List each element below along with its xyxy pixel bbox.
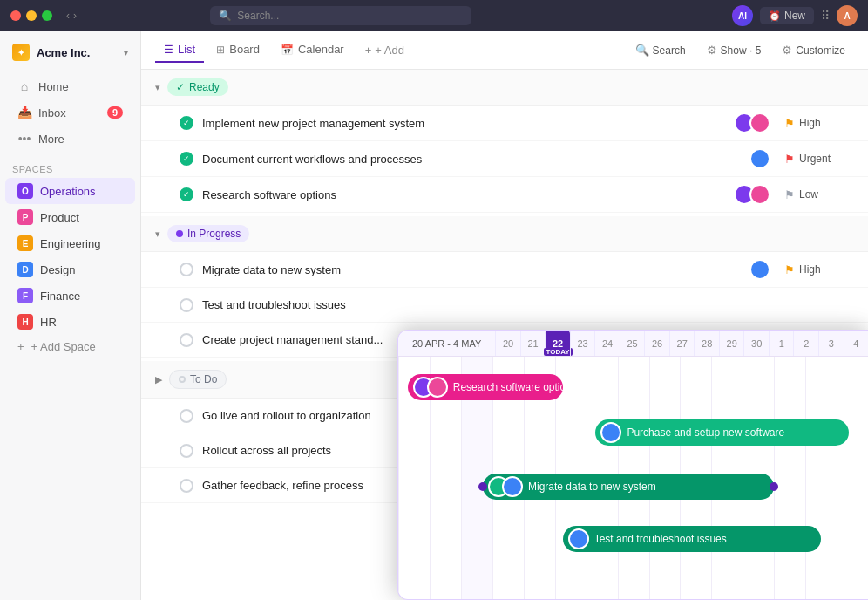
titlebar: ‹ › 🔍 Search... AI ⏰ New ⠿ A (0, 0, 868, 31)
task-checkbox-t2[interactable] (180, 152, 193, 166)
add-view-button[interactable]: + + Add (356, 38, 413, 62)
list-icon: ☰ (164, 44, 173, 56)
gantt-bar-test[interactable]: Test and troubleshoot issues (563, 526, 821, 552)
endpoint-right-icon (770, 482, 778, 491)
table-row[interactable]: ⣿ Migrate data to new system ⚑ High (141, 252, 868, 288)
sidebar-item-inbox[interactable]: 📥 Inbox 9 (5, 99, 135, 126)
grid-icon[interactable]: ⠿ (821, 9, 830, 23)
close-dot[interactable] (10, 10, 21, 21)
gantt-date-range: 20 APR - 4 MAY (398, 338, 495, 349)
new-button[interactable]: ⏰ New (760, 7, 814, 24)
brand-name: Acme Inc. (37, 46, 90, 59)
customize-icon: ⚙ (782, 44, 792, 57)
gantt-bar-purchase[interactable]: Purchase and setup new software (595, 419, 849, 446)
minimize-dot[interactable] (26, 10, 37, 21)
content-wrapper: ▾ ✓ Ready ⣿ Implement new project manage… (141, 70, 868, 600)
table-row[interactable]: ⣿ Implement new project management syste… (141, 106, 868, 141)
task-checkbox-t5[interactable] (180, 298, 193, 312)
titlebar-search[interactable]: 🔍 Search... (210, 6, 471, 25)
task-checkbox-t6[interactable] (180, 333, 193, 347)
endpoint-left-icon (478, 482, 487, 491)
sidebar-item-product[interactable]: P Product (5, 204, 135, 230)
home-icon: ⌂ (17, 79, 31, 93)
gantt-grid-col (774, 357, 805, 599)
priority-flag-icon: ⚑ (784, 117, 795, 130)
status-badge-ready: ✓ Ready (167, 78, 228, 96)
gantt-bar-label: Research software options (453, 381, 577, 393)
avatar (749, 112, 770, 133)
sidebar-item-more[interactable]: ••• More (5, 126, 135, 152)
gantt-date-col: 21 (520, 331, 546, 356)
table-row[interactable]: ⣿ Research software options ⚑ Low (141, 177, 868, 213)
sidebar-item-design[interactable]: D Design (5, 256, 135, 283)
brand-icon: ✦ (12, 44, 30, 61)
sidebar-item-finance[interactable]: F Finance (5, 283, 135, 309)
gantt-avatars (413, 377, 448, 398)
group-header-ready[interactable]: ▾ ✓ Ready (141, 70, 868, 106)
task-checkbox-t3[interactable] (180, 188, 193, 201)
brand-chevron-icon: ▾ (124, 48, 128, 58)
search-placeholder: Search... (237, 10, 279, 22)
gantt-date-col: 27 (669, 331, 695, 356)
table-row[interactable]: ⣿ Document current workflows and process… (141, 141, 868, 177)
task-checkbox-t4[interactable] (180, 262, 193, 276)
task-name: Research software options (202, 188, 734, 201)
main-content: ☰ List ⊞ Board 📅 Calendar + + Add 🔍 Sear… (141, 31, 868, 600)
gantt-bar-label: Purchase and setup new software (627, 426, 784, 439)
tab-calendar[interactable]: 📅 Calendar (272, 38, 353, 63)
gantt-dates: 202122TODAY23242526272829301234 (495, 331, 868, 356)
task-checkbox-t1[interactable] (180, 116, 193, 130)
hr-icon: H (17, 314, 33, 330)
show-button[interactable]: ⚙ Show · 5 (698, 39, 770, 61)
ai-badge[interactable]: AI (732, 5, 753, 26)
gantt-bar-label: Migrate data to new system (528, 481, 656, 493)
avatar (568, 528, 589, 549)
board-icon: ⊞ (216, 44, 225, 56)
task-checkbox-t7[interactable] (180, 409, 193, 423)
gantt-header: 20 APR - 4 MAY 202122TODAY23242526272829… (398, 331, 868, 357)
more-icon: ••• (17, 132, 31, 146)
tab-list[interactable]: ☰ List (155, 38, 204, 63)
sidebar-item-home[interactable]: ⌂ Home (5, 73, 135, 99)
gantt-date-col: 22TODAY (545, 331, 570, 356)
back-arrow[interactable]: ‹ (66, 10, 70, 22)
sidebar-item-engineering[interactable]: E Engineering (5, 230, 135, 256)
sidebar-item-operations[interactable]: O Operations (5, 178, 135, 204)
task-checkbox-t9[interactable] (180, 479, 193, 493)
task-name: Implement new project management system (202, 117, 734, 130)
gantt-bar-research[interactable]: Research software options (408, 374, 563, 400)
gantt-bar-migrate[interactable]: Migrate data to new system (483, 474, 774, 500)
add-space-button[interactable]: + + Add Space (5, 335, 135, 358)
sidebar-item-hr[interactable]: H HR (5, 309, 135, 335)
main-header: ☰ List ⊞ Board 📅 Calendar + + Add 🔍 Sear… (141, 31, 868, 70)
fullscreen-dot[interactable] (42, 10, 52, 21)
task-name: Test and troubleshoot issues (202, 298, 854, 311)
engineering-icon: E (17, 235, 33, 251)
task-checkbox-t8[interactable] (180, 444, 193, 458)
priority-flag-icon: ⚑ (784, 153, 795, 166)
group-header-in-progress[interactable]: ▾ In Progress (141, 216, 868, 252)
gantt-panel: 20 APR - 4 MAY 202122TODAY23242526272829… (397, 330, 868, 600)
customize-button[interactable]: ⚙ Customize (773, 39, 854, 61)
brand[interactable]: ✦ Acme Inc. ▾ (0, 38, 140, 70)
sidebar-nav: ⌂ Home 📥 Inbox 9 ••• More (0, 70, 140, 155)
user-avatar[interactable]: A (837, 5, 858, 26)
titlebar-right: AI ⏰ New ⠿ A (732, 5, 858, 26)
filter-icon: ⚙ (707, 44, 717, 57)
gantt-date-col: 30 (743, 331, 769, 356)
gantt-grid-col (837, 357, 868, 599)
design-icon: D (17, 262, 33, 277)
gantt-date-col: 24 (594, 331, 620, 356)
priority-flag-icon: ⚑ (784, 263, 795, 276)
forward-arrow[interactable]: › (73, 10, 77, 22)
gantt-date-col: 20 (495, 331, 520, 356)
status-dot (179, 376, 186, 383)
task-priority: ⚑ Low (784, 188, 854, 201)
task-avatars (734, 112, 770, 133)
tab-board[interactable]: ⊞ Board (207, 38, 268, 63)
search-button[interactable]: 🔍 Search (627, 39, 695, 61)
avatar (502, 476, 523, 497)
gantt-body: Research software options Purchase and s… (398, 357, 868, 599)
table-row[interactable]: ⣿ Test and troubleshoot issues (141, 288, 868, 323)
clock-icon: ⏰ (769, 10, 781, 22)
